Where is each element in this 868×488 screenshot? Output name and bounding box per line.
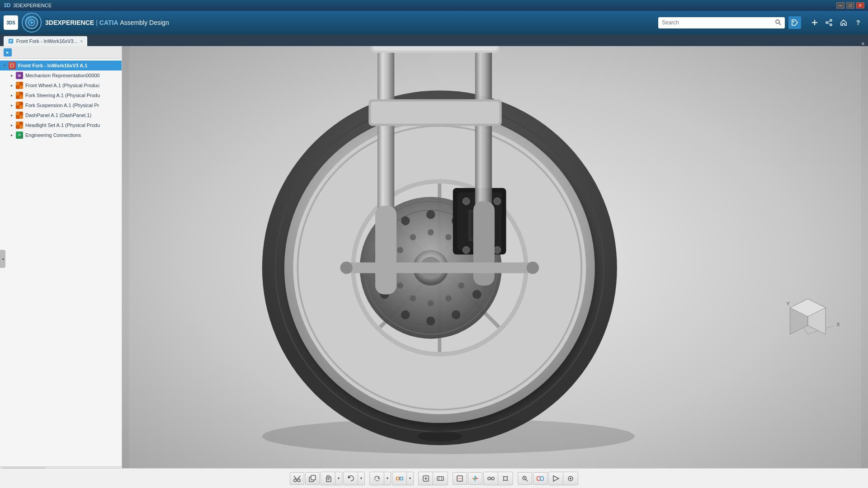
close-button[interactable]: ✕ xyxy=(856,2,864,9)
search-bar xyxy=(658,17,785,28)
axis-button[interactable] xyxy=(468,472,482,485)
rotate-dropdown[interactable]: ▾ xyxy=(384,472,391,485)
tab-expand-button[interactable]: ≡ xyxy=(862,41,868,46)
front-wheel-label: Front Wheel A.1 (Physical Produc xyxy=(25,83,99,88)
constraints-group xyxy=(483,472,513,485)
copy-button[interactable] xyxy=(305,472,320,485)
play-icon xyxy=(28,19,35,26)
tree-item-dashpanel[interactable]: ▸ DashPanel A.1 (DashPanel.1) xyxy=(0,110,122,120)
clash-button[interactable] xyxy=(533,472,547,485)
svg-point-84 xyxy=(417,431,462,442)
assemble-dropdown[interactable]: ▾ xyxy=(407,472,413,485)
expand-fork-steering[interactable]: ▸ xyxy=(8,93,15,98)
section-view-button[interactable] xyxy=(453,472,467,485)
viewport[interactable]: Y X xyxy=(122,46,868,472)
tree-item-headlight[interactable]: ▸ Headlight Set A.1 (Physical Produ xyxy=(0,120,122,130)
fork-steering-icon xyxy=(15,91,24,99)
sidebar-tab: ► xyxy=(0,46,122,59)
logo-area: 3DS 3DEXPERIENCE | CATIA Assembly Design xyxy=(4,13,169,33)
help-button[interactable]: ? xyxy=(852,16,864,29)
titlebar: 3D 3DEXPERIENCE ─ □ ✕ xyxy=(0,0,868,11)
svg-rect-99 xyxy=(327,475,330,477)
search-button[interactable] xyxy=(775,19,781,27)
front-wheel-icon xyxy=(15,81,24,89)
connections-label: Engineering Connections xyxy=(25,132,81,138)
paste-button[interactable] xyxy=(321,472,335,485)
undo-dropdown[interactable]: ▾ xyxy=(358,472,364,485)
minimize-button[interactable]: ─ xyxy=(836,2,844,9)
tree-item-connections[interactable]: ▸ ⚙ Engineering Connections xyxy=(0,130,122,140)
connections-icon: ⚙ xyxy=(15,131,24,139)
svg-point-36 xyxy=(426,210,435,219)
paste-dropdown[interactable]: ▾ xyxy=(335,472,342,485)
app-icon: 3D xyxy=(4,2,10,9)
transform-group: ▾ xyxy=(369,472,391,485)
svg-marker-119 xyxy=(474,476,476,477)
simulate-options-button[interactable] xyxy=(563,472,578,485)
svg-line-127 xyxy=(503,480,504,481)
collapse-sidebar-button[interactable]: ◂ xyxy=(0,250,5,268)
svg-line-10 xyxy=(828,21,830,23)
expand-headlight[interactable]: ▸ xyxy=(8,123,15,127)
share-button[interactable] xyxy=(823,16,835,29)
document-tab[interactable]: Front Fork - InWork16xV3... × xyxy=(4,36,87,46)
toolbar-right: ? xyxy=(808,16,864,29)
search-icon xyxy=(775,19,781,25)
assemble-button[interactable] xyxy=(392,472,407,485)
home-button[interactable] xyxy=(837,16,850,29)
svg-rect-76 xyxy=(373,46,497,51)
insert-button[interactable] xyxy=(419,472,433,485)
tab-bar: Front Fork - InWork16xV3... × ≡ xyxy=(0,34,868,46)
cut-icon xyxy=(293,475,301,482)
expand-root[interactable]: ▾ xyxy=(1,63,8,68)
tree-item-fork-suspension[interactable]: ▸ Fork Suspension A.1 (Physical Pr xyxy=(0,100,122,110)
simulate-button[interactable] xyxy=(549,472,563,485)
compass-button[interactable] xyxy=(22,13,42,33)
rotate-button[interactable] xyxy=(370,472,384,485)
tree-item-mechanism[interactable]: ▸ M Mechanism Representation00000 xyxy=(0,70,122,80)
paste-group: ▾ xyxy=(321,472,342,485)
svg-point-121 xyxy=(488,477,491,480)
expand-front-wheel[interactable]: ▸ xyxy=(8,83,15,88)
svg-point-68 xyxy=(494,247,501,254)
tag-icon xyxy=(791,19,798,26)
module-label: Assembly Design xyxy=(120,19,169,26)
tree-item-root[interactable]: ▾ Front Fork - InWork16xV3 A.1 xyxy=(0,61,122,70)
expand-mechanism[interactable]: ▸ xyxy=(8,73,15,78)
clash-icon xyxy=(537,475,544,482)
expand-fork-suspension[interactable]: ▸ xyxy=(8,103,15,108)
tag-button[interactable] xyxy=(788,16,801,29)
app: 3D 3DEXPERIENCE ─ □ ✕ 3DS xyxy=(0,0,868,488)
svg-point-53 xyxy=(445,295,452,301)
paste-icon xyxy=(325,475,332,482)
3ds-logo[interactable]: 3DS xyxy=(4,15,18,30)
tree-item-front-wheel[interactable]: ▸ Front Wheel A.1 (Physical Produc xyxy=(0,80,122,90)
svg-point-122 xyxy=(491,477,494,480)
maximize-button[interactable]: □ xyxy=(846,2,854,9)
tree-item-fork-steering[interactable]: ▸ Fork Steering A.1 (Physical Produ xyxy=(0,90,122,100)
add-button[interactable] xyxy=(808,16,821,29)
constraint-icon xyxy=(487,475,495,482)
insert-component-button[interactable] xyxy=(433,472,448,485)
fix-button[interactable] xyxy=(498,472,513,485)
tab-close-button[interactable]: × xyxy=(80,39,83,44)
sidebar-tab-icon[interactable]: ► xyxy=(4,48,12,56)
svg-rect-80 xyxy=(371,102,500,124)
home-icon xyxy=(840,19,847,26)
rotate-icon xyxy=(373,475,381,482)
app-name-label: 3DEXPERIENCE xyxy=(45,19,94,26)
cut-button[interactable] xyxy=(290,472,304,485)
svg-rect-111 xyxy=(437,477,443,480)
plus-icon xyxy=(811,19,818,26)
svg-rect-97 xyxy=(311,475,316,480)
undo-button[interactable] xyxy=(344,472,358,485)
simulate-options-icon xyxy=(567,475,574,482)
expand-connections[interactable]: ▸ xyxy=(8,133,15,137)
expand-dashpanel[interactable]: ▸ xyxy=(8,113,15,117)
svg-point-42 xyxy=(426,317,435,326)
constraint-button[interactable] xyxy=(484,472,498,485)
search-input[interactable] xyxy=(662,19,772,26)
assemble-group: ▾ xyxy=(392,472,414,485)
zoom-button[interactable] xyxy=(518,472,532,485)
root-label: Front Fork - InWork16xV3 A.1 xyxy=(18,63,87,68)
